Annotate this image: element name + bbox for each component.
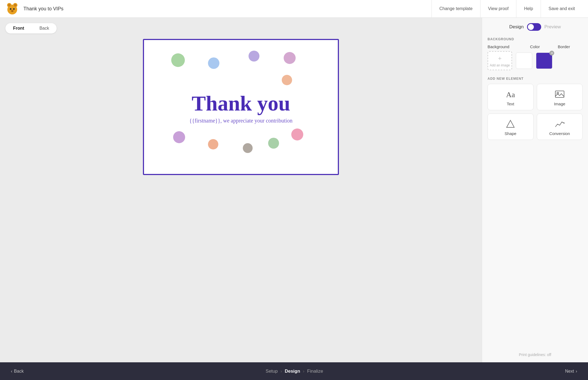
svg-point-5 <box>10 8 11 10</box>
breadcrumb-sep-1: › <box>280 369 282 374</box>
add-shape-card[interactable]: Shape <box>488 114 534 140</box>
svg-point-13 <box>564 122 565 124</box>
back-label: Back <box>14 369 24 374</box>
shape-icon <box>506 119 515 129</box>
conversion-element-label: Conversion <box>549 131 570 136</box>
design-preview-toggle: Design Preview <box>488 23 583 31</box>
add-background-image[interactable]: ＋ Add an image <box>488 51 512 70</box>
sidebar: Design Preview BACKGROUND Background Col… <box>482 18 588 362</box>
plus-icon: ＋ <box>497 54 503 62</box>
background-section: BACKGROUND Background Color Border ＋ Add… <box>488 37 583 70</box>
shape-element-label: Shape <box>505 131 516 136</box>
back-view-button[interactable]: Back <box>32 23 57 33</box>
breadcrumb-setup: Setup <box>266 369 278 374</box>
svg-point-3 <box>8 4 11 7</box>
main: Front Back Thank you {{firstname}}, we a… <box>0 18 588 362</box>
logo <box>5 2 19 16</box>
nav-buttons: Change template View proof Help Save and… <box>431 0 583 18</box>
text-icon: Aa <box>506 90 515 99</box>
color-swatch[interactable] <box>516 53 532 69</box>
dot-4 <box>284 52 296 64</box>
elements-grid: Aa Text Image <box>488 84 583 140</box>
toggle-knob <box>528 24 534 30</box>
conversion-icon <box>555 119 565 129</box>
svg-point-8 <box>11 10 13 12</box>
elements-section-label: ADD NEW ELEMENT <box>488 77 583 81</box>
svg-point-11 <box>557 92 559 94</box>
dot-8 <box>243 143 253 153</box>
change-template-button[interactable]: Change template <box>431 0 480 18</box>
save-exit-button[interactable]: Save and exit <box>541 0 583 18</box>
dot-9 <box>268 138 279 149</box>
card-canvas: Thank you {{firstname}}, we appreciate y… <box>143 39 339 175</box>
back-button[interactable]: ‹ Back <box>11 369 24 374</box>
card-sub-text: {{firstname}}, we appreciate your contri… <box>189 118 293 124</box>
bg-option-border: Border <box>558 44 570 49</box>
bg-option-color: Color <box>530 44 540 49</box>
svg-point-6 <box>13 8 15 10</box>
add-element-section: ADD NEW ELEMENT Aa Text Image <box>488 77 583 140</box>
dot-7 <box>208 139 218 149</box>
text-element-label: Text <box>507 102 514 106</box>
remove-border-badge[interactable]: ✕ <box>549 51 554 56</box>
next-chevron-icon: › <box>576 369 577 374</box>
add-image-label: Add an image <box>490 63 510 67</box>
dot-6 <box>173 131 185 143</box>
dot-2 <box>208 57 219 69</box>
front-view-button[interactable]: Front <box>5 23 32 33</box>
preview-label: Preview <box>544 24 561 30</box>
dot-10 <box>291 128 303 140</box>
breadcrumb-sep-2: › <box>303 369 305 374</box>
help-button[interactable]: Help <box>516 0 541 18</box>
bg-options-row: Background Color Border <box>488 44 583 49</box>
card-main-text: Thank you <box>192 91 290 116</box>
canvas-area: Front Back Thank you {{firstname}}, we a… <box>0 18 482 362</box>
back-chevron-icon: ‹ <box>11 369 12 374</box>
background-section-label: BACKGROUND <box>488 37 583 41</box>
header: Thank you to VIPs Change template View p… <box>0 0 588 18</box>
add-conversion-card[interactable]: Conversion <box>537 114 583 140</box>
add-image-card[interactable]: Image <box>537 84 583 110</box>
svg-text:Aa: Aa <box>506 90 515 99</box>
next-button[interactable]: Next › <box>565 369 577 374</box>
svg-rect-10 <box>555 91 564 97</box>
next-label: Next <box>565 369 574 374</box>
view-proof-button[interactable]: View proof <box>480 0 516 18</box>
add-text-card[interactable]: Aa Text <box>488 84 534 110</box>
image-element-label: Image <box>554 102 565 106</box>
breadcrumb-finalize: Finalize <box>307 369 323 374</box>
breadcrumb: Setup › Design › Finalize <box>24 369 565 374</box>
dot-5 <box>282 75 292 85</box>
footer: ‹ Back Setup › Design › Finalize Next › <box>0 362 588 380</box>
svg-marker-12 <box>507 120 514 127</box>
design-preview-switch[interactable] <box>527 23 541 31</box>
bg-controls-row: ＋ Add an image ✕ <box>488 51 583 70</box>
design-label: Design <box>509 24 524 30</box>
view-toggle: Front Back <box>5 23 57 33</box>
image-icon <box>555 90 565 99</box>
bg-option-background: Background <box>488 44 509 49</box>
svg-point-4 <box>14 4 17 7</box>
print-guidelines-text: Print guidelines: off <box>519 353 551 357</box>
print-guidelines: Print guidelines: off <box>488 347 583 357</box>
border-color-swatch[interactable]: ✕ <box>536 53 552 69</box>
page-title: Thank you to VIPs <box>23 6 431 12</box>
dot-1 <box>171 53 185 67</box>
dot-3 <box>249 51 259 62</box>
breadcrumb-design: Design <box>285 369 300 374</box>
